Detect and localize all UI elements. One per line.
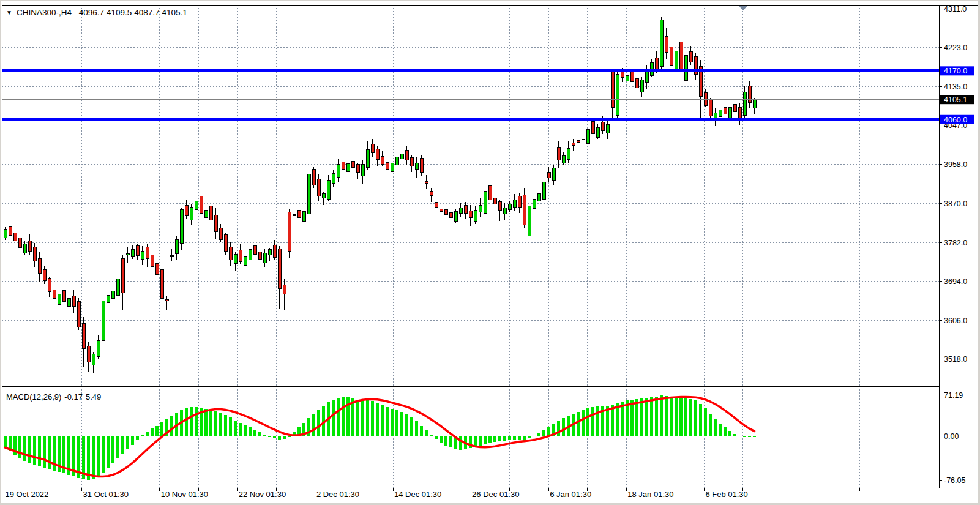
macd-histogram-bar — [679, 397, 683, 436]
macd-histogram-bar — [591, 407, 594, 436]
candle-bear — [356, 165, 359, 173]
macd-histogram-bar — [249, 427, 252, 436]
macd-histogram-bar — [386, 407, 389, 436]
chart-canvas[interactable]: 4311.04223.04135.04047.03958.03870.03782… — [0, 0, 980, 505]
candle-bear — [229, 247, 232, 260]
macd-histogram-bar — [518, 436, 521, 441]
candle-bear — [498, 202, 501, 211]
chart-window: 4311.04223.04135.04047.03958.03870.03782… — [0, 0, 980, 505]
macd-histogram-bar — [484, 436, 487, 444]
macd-histogram-bar — [381, 405, 384, 436]
macd-histogram-bar — [342, 397, 345, 436]
macd-histogram-bar — [229, 417, 232, 436]
macd-histogram-bar — [435, 436, 438, 440]
candle-bull — [537, 194, 540, 201]
candle-bull — [484, 191, 487, 213]
macd-histogram-bar — [719, 424, 722, 436]
candle-bear — [381, 157, 384, 165]
macd-histogram-bar — [508, 436, 511, 441]
macd-histogram-bar — [542, 430, 545, 436]
macd-histogram-bar — [258, 432, 261, 436]
candle-bull — [263, 253, 266, 263]
candle-bull — [542, 182, 545, 199]
macd-axis-label: -76.05 — [944, 476, 965, 485]
candle-bull — [586, 129, 589, 144]
macd-histogram-bar — [185, 408, 188, 436]
candle-bear — [630, 71, 634, 82]
macd-histogram-bar — [43, 436, 46, 469]
candle-bear — [87, 346, 90, 362]
candle-bull — [327, 181, 330, 199]
candle-bear — [704, 93, 707, 105]
macd-histogram-bar — [278, 436, 281, 441]
candle-bull — [141, 251, 144, 259]
candle-bull — [479, 205, 482, 212]
macd-histogram-bar — [493, 436, 496, 442]
macd-histogram-bar — [234, 421, 237, 436]
macd-histogram-bar — [449, 436, 452, 448]
candle-bull — [92, 354, 95, 365]
candle-bear — [635, 78, 638, 88]
macd-histogram-bar — [288, 436, 291, 437]
candle-bear — [297, 210, 301, 217]
price-axis-label: 4135.0 — [944, 83, 967, 91]
candle-bear — [53, 290, 56, 298]
candle-bull — [640, 80, 643, 92]
candle-bear — [273, 245, 276, 257]
candle-bear — [665, 36, 668, 52]
candle-bull — [454, 211, 457, 221]
candle-bull — [204, 210, 208, 217]
candle-bear — [33, 247, 36, 261]
macd-histogram-bar — [503, 436, 506, 441]
candle-bull — [322, 194, 325, 198]
candle-bear — [185, 205, 188, 215]
candle-bear — [611, 71, 614, 107]
macd-histogram-bar — [131, 436, 134, 445]
macd-histogram-bar — [459, 436, 462, 451]
candle-bull — [528, 206, 531, 236]
macd-histogram-bar — [562, 418, 565, 436]
candle-bull — [337, 165, 340, 177]
candle-bear — [425, 181, 428, 184]
macd-histogram-bar — [400, 412, 403, 436]
macd-histogram-bar — [263, 435, 266, 436]
candle-bull — [753, 100, 756, 108]
level-price-label: 4060.0 — [944, 116, 967, 124]
candle-bull — [719, 110, 722, 116]
candle-bull — [684, 56, 687, 81]
candle-bull — [23, 244, 26, 253]
candle-bull — [728, 107, 731, 118]
candle-bull — [111, 291, 114, 298]
macd-histogram-bar — [102, 436, 105, 473]
macd-histogram-bar — [479, 436, 482, 446]
ohlc-high: 4109.5 — [107, 8, 132, 17]
candle-bear — [582, 139, 585, 140]
macd-histogram-bar — [151, 428, 154, 436]
macd-histogram-bar — [312, 414, 315, 436]
macd-histogram-bar — [738, 436, 741, 436]
candle-bull — [126, 254, 129, 255]
macd-histogram-bar — [23, 436, 26, 461]
macd-histogram-bar — [425, 430, 428, 436]
candle-bull — [107, 296, 110, 303]
candle-bear — [430, 192, 433, 195]
candle-bear — [655, 58, 658, 70]
candle-bear — [518, 196, 521, 207]
candle-bull — [131, 250, 134, 257]
macd-histogram-bar — [753, 436, 756, 437]
time-axis-label: 6 Feb 01:30 — [705, 490, 747, 499]
macd-histogram-bar — [136, 436, 139, 440]
ohlc-open: 4096.7 — [79, 8, 104, 17]
macd-histogram-bar — [415, 421, 418, 436]
macd-histogram-bar — [268, 436, 271, 437]
candle-bear — [165, 300, 168, 301]
macd-histogram-bar — [107, 436, 110, 468]
candle-bull — [175, 240, 178, 254]
macd-histogram-bar — [160, 422, 163, 436]
time-axis-label: 31 Oct 01:30 — [83, 490, 129, 499]
candle-bear — [709, 100, 712, 116]
candle-bear — [591, 121, 594, 133]
macd-histogram-bar — [33, 436, 36, 465]
macd-histogram-bar — [224, 415, 227, 436]
macd-axis-label: 71.19 — [944, 391, 963, 400]
